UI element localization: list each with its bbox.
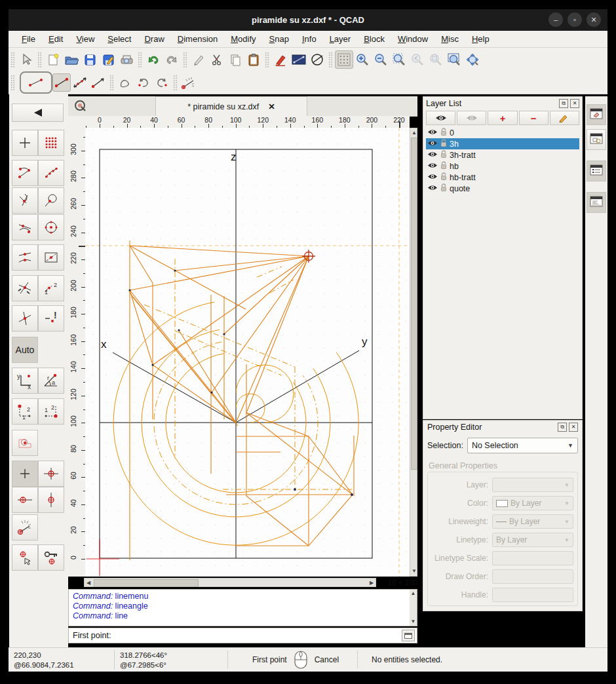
layer-visibility-eye-icon[interactable] (427, 151, 438, 160)
layer-row-hb[interactable]: hb (426, 161, 579, 172)
layer-visibility-eye-icon[interactable] (427, 140, 438, 149)
no-restriction-icon[interactable] (12, 461, 38, 487)
coordinate-cartesian-icon[interactable]: yx (12, 368, 38, 394)
snap-reference-icon[interactable] (38, 244, 64, 271)
float-panel-icon[interactable]: ⧉ (558, 423, 567, 432)
layer-row-quote[interactable]: quote (426, 183, 579, 194)
layer-list-toggle-button[interactable] (587, 161, 606, 181)
horizontal-scrollbar[interactable]: ◀ ▶ (84, 578, 376, 587)
relative-cartesian-icon[interactable]: 12 (12, 398, 38, 425)
edit-pen-icon[interactable] (189, 50, 208, 69)
snap-free-icon[interactable] (12, 130, 38, 156)
layer-lock-icon[interactable] (440, 128, 447, 138)
toolbar-handle[interactable] (173, 75, 178, 90)
tab-close-icon[interactable]: ✕ (268, 102, 275, 111)
restrict-angle-icon[interactable] (12, 514, 38, 541)
layer-visibility-eye-icon[interactable] (427, 162, 438, 171)
restrict-horizontal-icon[interactable] (12, 487, 38, 513)
line-tools-back-button[interactable] (20, 71, 52, 94)
undo-icon[interactable] (144, 50, 163, 69)
property-combobox-lineweight-[interactable]: By Layer▼ (492, 514, 573, 529)
zoom-in-icon[interactable] (353, 50, 372, 69)
menu-snap[interactable]: Snap (263, 32, 295, 46)
scroll-up-icon[interactable]: ▲ (410, 590, 417, 598)
curved-arrow-left-icon[interactable] (134, 73, 153, 92)
cut-icon[interactable] (208, 50, 226, 69)
snap-coordinate-icon[interactable] (12, 305, 38, 332)
close-panel-icon[interactable]: ✕ (569, 423, 578, 432)
show-all-layers-button[interactable] (426, 111, 455, 125)
selection-combobox[interactable]: No Selection ▼ (467, 438, 578, 453)
property-editor-toggle-button[interactable] (587, 104, 606, 125)
toolbar-handle[interactable] (265, 52, 269, 67)
menu-info[interactable]: Info (296, 32, 322, 46)
snap-off-icon[interactable]: ! (38, 305, 64, 332)
property-line-icon[interactable] (290, 50, 308, 69)
hide-all-layers-button[interactable] (457, 111, 486, 125)
snap-perpendicular-icon[interactable] (38, 187, 64, 214)
restrict-to-entity-icon[interactable] (12, 430, 38, 456)
freehand-line-icon[interactable] (116, 73, 134, 92)
snap-grid-icon[interactable] (38, 130, 64, 156)
previous-view-icon[interactable] (408, 50, 427, 69)
vscroll-thumb[interactable] (411, 138, 417, 470)
block-list-toggle-button[interactable] (587, 129, 606, 150)
layer-row-hb-tratt[interactable]: hb-tratt (426, 172, 579, 183)
line-two-points-icon[interactable] (52, 73, 71, 92)
scroll-down-icon[interactable]: ▼ (410, 567, 418, 575)
no-circle-icon[interactable] (308, 50, 326, 69)
property-combobox-color-[interactable]: By Layer▼ (492, 496, 573, 510)
snap-on-entity-icon[interactable] (38, 160, 64, 186)
menu-layer[interactable]: Layer (324, 32, 357, 46)
toolbar-handle[interactable] (37, 52, 42, 67)
command-options-button[interactable] (402, 630, 415, 641)
toolbar-handle[interactable] (183, 52, 187, 67)
layer-visibility-eye-icon[interactable] (427, 128, 438, 138)
pan-icon[interactable] (463, 50, 482, 69)
zoom-window-icon[interactable] (445, 50, 463, 69)
scroll-right-icon[interactable]: ▶ (368, 579, 375, 587)
layer-lock-icon[interactable] (440, 161, 447, 171)
snap-endpoints-icon[interactable] (12, 160, 38, 186)
remove-layer-button[interactable]: − (519, 111, 549, 125)
redo-icon[interactable] (163, 50, 181, 69)
back-button[interactable] (12, 104, 64, 122)
layer-lock-icon[interactable] (440, 172, 447, 182)
save-icon[interactable] (81, 50, 99, 69)
add-layer-button[interactable]: + (488, 111, 517, 125)
toolbar-handle[interactable] (10, 75, 15, 90)
ray-icon[interactable] (89, 73, 107, 92)
minimize-button[interactable]: – (549, 12, 563, 27)
draw-pencil-icon[interactable] (271, 50, 290, 69)
close-button[interactable]: ✕ (587, 12, 601, 27)
snap-tangent-icon[interactable] (12, 214, 38, 240)
menu-misc[interactable]: Misc (435, 32, 465, 46)
layer-visibility-eye-icon[interactable] (427, 184, 438, 193)
auto-snap-button[interactable]: Auto (12, 337, 38, 363)
property-combobox-layer-[interactable]: ▼ (492, 478, 573, 492)
command-history[interactable]: Command: linemenuCommand: lineangleComma… (68, 589, 417, 626)
restrict-vertical-icon[interactable] (38, 487, 64, 513)
save-as-icon[interactable] (99, 50, 117, 69)
menu-block[interactable]: Block (358, 32, 391, 46)
line-angle-icon[interactable] (180, 73, 198, 92)
open-file-icon[interactable] (62, 50, 81, 69)
paste-icon[interactable] (244, 50, 263, 69)
selection-arrow-icon[interactable] (17, 50, 35, 69)
layer-lock-icon[interactable] (440, 183, 447, 193)
zoom-selection-icon[interactable] (427, 50, 445, 69)
command-input[interactable] (113, 629, 402, 642)
command-history-scrollbar[interactable]: ▲ ▼ (410, 590, 417, 626)
coordinate-polar-icon[interactable]: ra (38, 368, 64, 394)
menu-dimension[interactable]: Dimension (172, 32, 223, 46)
auto-zoom-icon[interactable] (390, 50, 408, 69)
drawing-canvas[interactable]: z x y (85, 128, 410, 577)
layer-row-3h[interactable]: 3h (426, 138, 579, 149)
snap-center-icon[interactable] (38, 214, 64, 240)
snap-middle-icon[interactable] (12, 244, 38, 271)
layer-row-0[interactable]: 0 (426, 127, 579, 138)
menu-window[interactable]: Window (392, 32, 434, 46)
menu-edit[interactable]: Edit (43, 32, 69, 46)
grid-toggle-icon[interactable] (335, 50, 353, 69)
menu-modify[interactable]: Modify (225, 32, 261, 46)
